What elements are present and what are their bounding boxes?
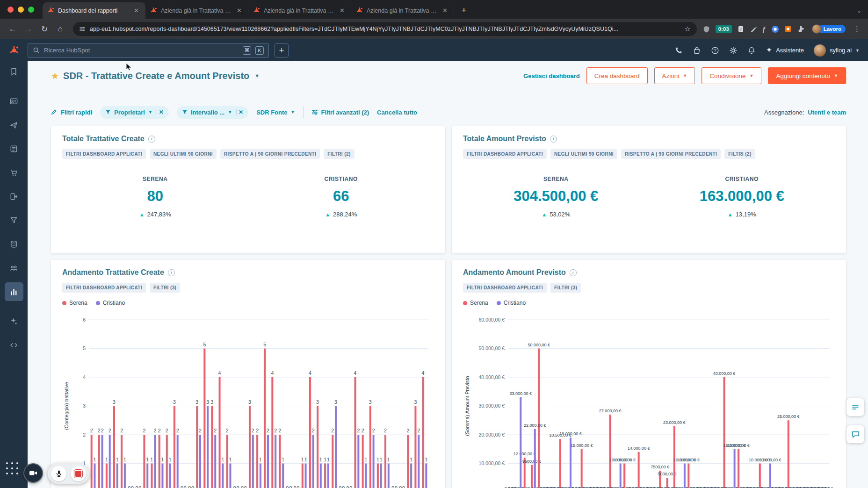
advanced-filters-button[interactable]: Filtri avanzati (2) [311,109,369,116]
browser-tab-dashboard[interactable]: Dashboard dei rapporti ✕ [43,2,145,19]
svg-text:1: 1 [380,457,383,462]
tab-overflow-caret-icon[interactable]: ⌄ [857,7,861,14]
filter-chip-intervallo[interactable]: Intervallo ... ▼ ✕ [177,106,248,119]
svg-text:4: 4 [422,370,425,376]
legend-item-serena[interactable]: Serena [463,300,488,306]
browser-extension-icon-blue[interactable] [771,25,779,33]
report-title-text[interactable]: Andamento Amount Previsto [463,268,566,277]
clear-all-filters-link[interactable]: Cancella tutto [377,109,417,116]
global-search[interactable]: ⌘ K [28,43,269,58]
camera-bubble-button[interactable] [23,463,43,483]
browser-profile-label: Lavoro [818,25,846,33]
search-input[interactable] [44,47,239,54]
report-title-text[interactable]: Totale Amount Previsto [463,135,546,143]
svg-text:33.000,00 €: 33.000,00 € [509,391,532,396]
sidebar-item-content[interactable] [5,139,23,158]
create-dashboard-button[interactable]: Crea dashboard [586,67,648,84]
editor-extension-icon[interactable] [750,25,757,33]
svg-text:0: 0 [181,485,183,488]
sidebar-item-automations[interactable] [5,187,23,206]
extensions-puzzle-icon[interactable] [797,25,805,33]
microphone-button[interactable] [51,466,66,481]
remove-filter-icon[interactable]: ✕ [157,109,164,115]
legend-item-cristiano[interactable]: Cristiano [96,300,125,306]
window-close-button[interactable] [7,7,14,13]
add-content-button[interactable]: Aggiungi contenuto▼ [768,67,846,84]
report-title-text[interactable]: Totale Trattative Create [62,135,145,143]
legend-item-serena[interactable]: Serena [62,300,87,306]
favorite-star-icon[interactable]: ★ [51,71,59,81]
tab-close-icon[interactable]: ✕ [338,7,347,14]
feedback-panel-button[interactable] [846,398,864,416]
settings-gear-icon[interactable] [729,46,738,55]
browser-profile-chip[interactable]: Lavoro [812,24,846,34]
browser-menu-icon[interactable]: ⋮ [852,25,862,33]
svg-text:0,00 €: 0,00 € [557,486,569,488]
browser-tab-azienda-2[interactable]: Azienda già in Trattativa - 2 | ✕ [248,2,351,19]
sidebar-item-data-management[interactable] [5,235,23,253]
assistant-button[interactable]: Assistente [766,47,804,54]
window-minimize-button[interactable] [18,7,24,13]
info-icon[interactable]: i [550,136,557,143]
recorder-timer-badge[interactable]: 0:03 [716,25,732,33]
bookmark-star-icon[interactable]: ☆ [684,25,690,33]
info-icon[interactable]: i [570,269,577,276]
manage-dashboard-link[interactable]: Gestisci dashboard [523,72,580,79]
remove-filter-icon[interactable]: ✕ [236,109,243,115]
report-context-badge: NEGLI ULTIMI 90 GIORNI [150,149,217,159]
report-badges: FILTRI DASHBOARD APPLICATINEGLI ULTIMI 9… [463,149,835,159]
new-tab-button[interactable]: + [457,3,471,17]
notifications-bell-icon[interactable] [747,46,756,55]
sidebar-item-crm-objects[interactable] [5,258,23,277]
sidebar-item-marketing[interactable] [5,115,23,134]
sidebar-item-contacts[interactable] [5,92,23,110]
stop-recording-button[interactable] [71,466,86,481]
tab-close-icon[interactable]: ✕ [235,7,244,14]
svg-text:0: 0 [289,485,292,488]
hubspot-logo-icon[interactable] [0,45,28,56]
assignment-value-link[interactable]: Utenti e team [808,109,846,116]
sidebar-item-copilot[interactable] [5,312,23,330]
share-button[interactable]: Condivisione▼ [702,67,761,84]
reload-icon[interactable]: ↻ [37,22,51,36]
actions-button[interactable]: Azioni▼ [654,67,695,84]
quick-filters-button[interactable]: Filtri rapidi [51,109,92,116]
metric-serena: SERENA 80 ▲247,83% [62,176,248,218]
script-extension-icon[interactable]: ƒ [762,25,766,33]
browser-tab-azienda-3[interactable]: Azienda già in Trattativa - 3 | ✕ [351,2,454,19]
svg-text:7500,00 €: 7500,00 € [651,465,669,469]
browser-extension-icon-orange[interactable] [784,25,792,33]
dashboard-title-caret-icon[interactable]: ▼ [254,73,260,79]
sidebar-item-commerce[interactable] [5,163,23,182]
calling-icon[interactable] [674,46,683,55]
svg-text:2: 2 [267,428,269,433]
browser-tab-azienda-1[interactable]: Azienda già in Trattativa - 1 | ✕ [145,2,248,19]
forward-icon[interactable]: → [22,22,36,36]
account-menu[interactable]: syllog.ai ▼ [814,44,860,57]
info-icon[interactable]: i [168,269,175,276]
sidebar-item-developer-tools[interactable] [5,336,23,354]
adblock-shield-icon[interactable] [702,25,710,33]
window-zoom-button[interactable] [28,7,34,13]
address-bar[interactable]: app-eu1.hubspot.com/reports-dashboard/14… [73,22,697,36]
filter-chip-proprietari[interactable]: Proprietari ▼ ✕ [100,106,169,119]
svg-text:1: 1 [365,457,368,462]
tab-close-icon[interactable]: ✕ [441,7,449,14]
marketplace-icon[interactable] [693,46,701,55]
sidebar-item-workflows[interactable] [5,211,23,230]
tab-close-icon[interactable]: ✕ [132,7,141,14]
sdr-fonte-filter[interactable]: SDR Fonte ▼ [256,109,295,116]
home-icon[interactable]: ⌂ [53,22,67,36]
chat-widget-button[interactable] [846,425,864,443]
quick-create-button[interactable]: + [275,43,289,57]
info-icon[interactable]: i [148,136,155,143]
site-info-icon[interactable] [79,26,86,32]
notes-extension-icon[interactable] [737,25,745,33]
legend-item-cristiano[interactable]: Cristiano [497,300,526,306]
sidebar-item-reporting[interactable] [5,282,23,301]
help-icon[interactable]: ? [711,46,719,55]
app-launcher-icon[interactable] [6,462,19,475]
sidebar-item-bookmarks[interactable] [5,62,23,81]
report-title-text[interactable]: Andamento Trattative Create [62,268,164,277]
back-icon[interactable]: ← [6,22,20,36]
